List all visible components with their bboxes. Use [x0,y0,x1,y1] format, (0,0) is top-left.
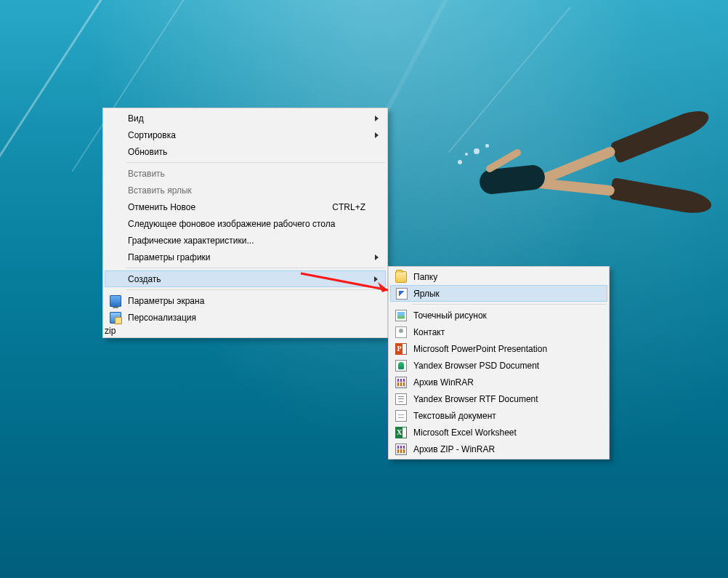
menu-item-view[interactable]: Вид [105,110,386,127]
menu-item-label: Обновить [128,147,167,157]
submenu-item-rtf[interactable]: Yandex Browser RTF Document [390,390,607,407]
submenu-item-winrar[interactable]: Архив WinRAR [390,374,607,390]
menu-separator [126,289,385,290]
submenu-item-shortcut[interactable]: Ярлык [390,285,607,302]
chevron-right-icon [375,116,379,121]
menu-item-label: Создать [128,274,161,284]
submenu-item-text[interactable]: Текстовый документ [390,407,607,424]
rtf-icon [395,393,407,405]
menu-item-label: Microsoft PowerPoint Presentation [413,344,547,354]
submenu-item-contact[interactable]: Контакт [390,324,607,340]
menu-item-next-wallpaper[interactable]: Следующее фоновое изображение рабочего с… [105,215,386,232]
menu-item-label: Вставить ярлык [128,185,192,196]
menu-item-sort[interactable]: Сортировка [105,127,386,143]
wallpaper-swimmer [392,116,697,262]
wallpaper-lightray [448,7,571,153]
menu-item-paste: Вставить [105,165,386,182]
shortcut-icon [396,288,408,300]
submenu-item-powerpoint[interactable]: Microsoft PowerPoint Presentation [390,340,607,357]
submenu-item-excel[interactable]: Microsoft Excel Worksheet [390,424,607,441]
menu-item-shortcut: CTRL+Z [332,202,365,212]
menu-item-paste-shortcut: Вставить ярлык [105,182,386,198]
menu-item-personalize[interactable]: Персонализация [105,309,386,326]
menu-item-label: Вид [128,113,144,124]
submenu-item-psd[interactable]: Yandex Browser PSD Document [390,357,607,374]
menu-item-label: Сортировка [128,130,176,140]
submenu-item-bitmap[interactable]: Точечный рисунок [390,307,607,324]
menu-item-label: Графические характеристики... [128,236,254,246]
chevron-right-icon [375,254,379,260]
menu-separator [126,162,385,163]
wallpaper-lightray [0,0,114,238]
menu-separator [126,268,385,268]
menu-item-label: Microsoft Excel Worksheet [413,428,517,438]
text-file-icon [395,410,407,422]
contact-icon [395,326,407,338]
submenu-item-zip[interactable]: Архив ZIP - WinRAR [390,441,607,457]
menu-item-label: Персонализация [128,313,196,323]
menu-item-label: Текстовый документ [413,411,496,421]
menu-item-label: Yandex Browser PSD Document [413,361,539,371]
menu-item-label: Параметры графики [128,252,211,262]
submenu-item-folder[interactable]: Папку [390,268,607,285]
menu-item-label: Отменить Новое [128,202,195,212]
excel-icon [395,427,407,438]
menu-item-undo[interactable]: Отменить Новое CTRL+Z [105,198,386,215]
powerpoint-icon [395,343,407,355]
winrar-icon [395,377,407,388]
menu-item-graphics-properties[interactable]: Графические характеристики... [105,232,386,249]
menu-item-display-settings[interactable]: Параметры экрана [105,292,386,309]
display-settings-icon [110,295,121,307]
psd-icon [395,360,407,372]
menu-item-label: Параметры экрана [128,296,204,306]
chevron-right-icon [374,276,378,282]
menu-item-label: Архив ZIP - WinRAR [413,444,495,454]
personalization-icon [110,312,121,324]
new-submenu: Папку Ярлык Точечный рисунок Контакт Mic… [388,266,610,459]
menu-item-refresh[interactable]: Обновить [105,143,386,160]
menu-item-label: Архив WinRAR [413,377,474,388]
bitmap-icon [395,310,407,321]
menu-item-label: Вставить [128,169,165,179]
menu-item-label: Контакт [413,327,445,337]
menu-item-label: Ярлык [413,289,440,299]
menu-item-label: Папку [413,272,437,282]
desktop-context-menu: Вид Сортировка Обновить Вставить Вставит… [102,108,388,338]
menu-item-label: Следующее фоновое изображение рабочего с… [128,219,335,229]
menu-item-graphics-options[interactable]: Параметры графики [105,249,386,265]
menu-item-label: Точечный рисунок [413,310,487,321]
menu-item-new[interactable]: Создать [105,270,386,287]
chevron-right-icon [375,132,379,138]
zip-icon [395,443,407,455]
folder-icon [395,271,407,283]
menu-item-label: Yandex Browser RTF Document [413,394,538,404]
menu-separator [412,304,607,305]
